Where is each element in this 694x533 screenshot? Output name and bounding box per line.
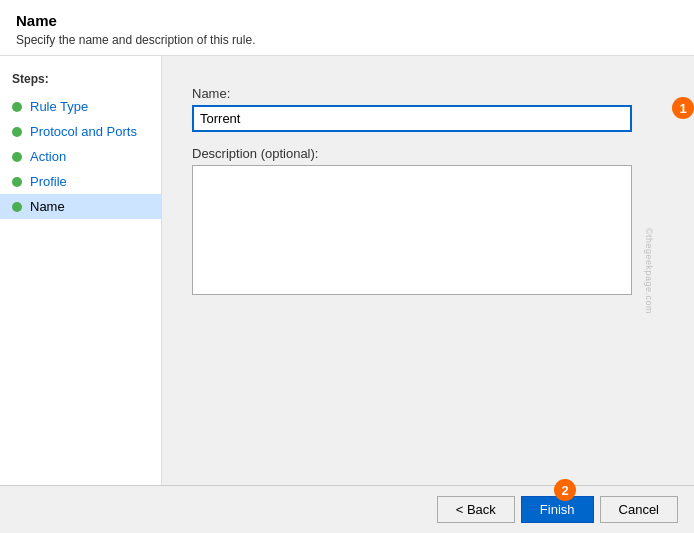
dialog-body: Steps: Rule Type Protocol and Ports Acti… [0, 56, 694, 485]
footer-wrapper: < Back Finish Cancel 2 [0, 485, 694, 533]
step-dot-name [12, 202, 22, 212]
sidebar: Steps: Rule Type Protocol and Ports Acti… [0, 56, 162, 485]
dialog-header: Name Specify the name and description of… [0, 0, 694, 56]
desc-textarea[interactable] [192, 165, 632, 295]
step-dot-protocol-ports [12, 127, 22, 137]
name-input[interactable] [192, 105, 632, 132]
sidebar-item-name[interactable]: Name [0, 194, 161, 219]
back-button[interactable]: < Back [437, 496, 515, 523]
sidebar-item-protocol-ports[interactable]: Protocol and Ports [0, 119, 161, 144]
watermark: ©thegeekpage.com [644, 227, 654, 313]
sidebar-item-rule-type-label: Rule Type [30, 99, 88, 114]
content-area: Name: 1 Description (optional): ©thegeek… [162, 56, 694, 485]
finish-button[interactable]: Finish [521, 496, 594, 523]
sidebar-item-rule-type[interactable]: Rule Type [0, 94, 161, 119]
form-section: Name: 1 Description (optional): [192, 86, 664, 298]
dialog-window: Name Specify the name and description of… [0, 0, 694, 533]
step-dot-action [12, 152, 22, 162]
step-dot-profile [12, 177, 22, 187]
steps-label: Steps: [0, 68, 161, 94]
dialog-subtitle: Specify the name and description of this… [16, 33, 678, 47]
step-dot-rule-type [12, 102, 22, 112]
sidebar-item-profile-label: Profile [30, 174, 67, 189]
sidebar-item-protocol-ports-label: Protocol and Ports [30, 124, 137, 139]
annotation-circle-1: 1 [672, 97, 694, 119]
sidebar-item-action-label: Action [30, 149, 66, 164]
cancel-button[interactable]: Cancel [600, 496, 678, 523]
sidebar-item-action[interactable]: Action [0, 144, 161, 169]
dialog-footer: < Back Finish Cancel [0, 485, 694, 533]
dialog-title: Name [16, 12, 678, 29]
name-input-wrapper: 1 [192, 105, 664, 132]
sidebar-item-name-label: Name [30, 199, 65, 214]
name-label: Name: [192, 86, 664, 101]
annotation-circle-2: 2 [554, 479, 576, 501]
desc-label: Description (optional): [192, 146, 664, 161]
main-content: Name: 1 Description (optional): [162, 56, 694, 318]
sidebar-item-profile[interactable]: Profile [0, 169, 161, 194]
